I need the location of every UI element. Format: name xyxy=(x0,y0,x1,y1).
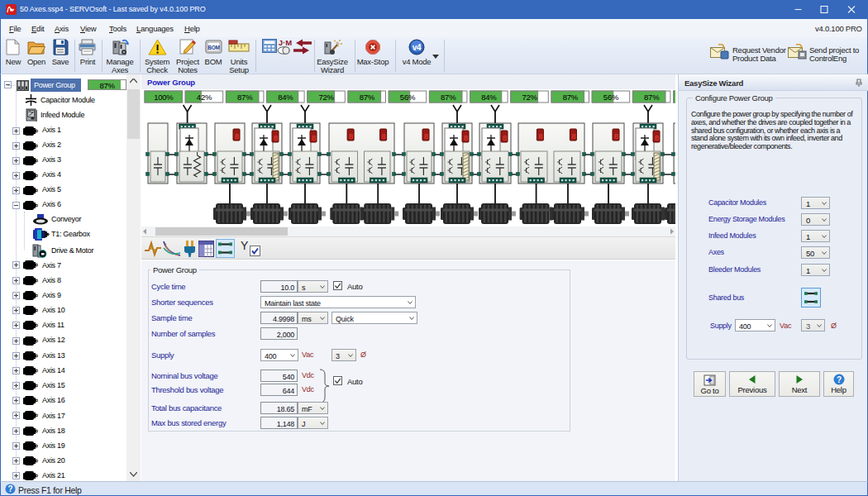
svg-text:56%: 56% xyxy=(603,93,619,102)
svg-text:87%: 87% xyxy=(644,93,660,102)
svg-text:8: 8 xyxy=(614,131,618,141)
svg-text:BOM: BOM xyxy=(207,45,219,50)
svg-text:87%: 87% xyxy=(441,93,456,102)
svg-text:72%: 72% xyxy=(522,93,537,102)
svg-text:8: 8 xyxy=(349,131,353,141)
svg-text:42%: 42% xyxy=(197,93,212,102)
svg-text:87%: 87% xyxy=(360,93,375,102)
svg-text:8: 8 xyxy=(503,133,507,142)
svg-text:8: 8 xyxy=(235,131,239,141)
svg-text:?: ? xyxy=(8,484,13,494)
svg-text:?: ? xyxy=(837,375,842,384)
svg-text:8: 8 xyxy=(274,133,278,142)
svg-text:8: 8 xyxy=(424,131,428,141)
svg-text:8: 8 xyxy=(312,133,316,142)
svg-text:100%: 100% xyxy=(154,93,174,102)
svg-text:87%: 87% xyxy=(237,93,253,102)
svg-text:56%: 56% xyxy=(400,93,416,102)
svg-text:8: 8 xyxy=(571,131,575,141)
svg-text:84%: 84% xyxy=(481,93,497,102)
svg-text:8: 8 xyxy=(655,133,659,142)
svg-text:v4: v4 xyxy=(413,43,422,52)
svg-text:8: 8 xyxy=(538,131,542,141)
svg-text:J·M: J·M xyxy=(279,39,292,47)
svg-text:87%: 87% xyxy=(563,93,579,102)
svg-text:8: 8 xyxy=(382,131,386,141)
svg-text:84%: 84% xyxy=(278,93,293,102)
svg-text:8: 8 xyxy=(464,133,468,142)
svg-text:72%: 72% xyxy=(318,93,334,102)
